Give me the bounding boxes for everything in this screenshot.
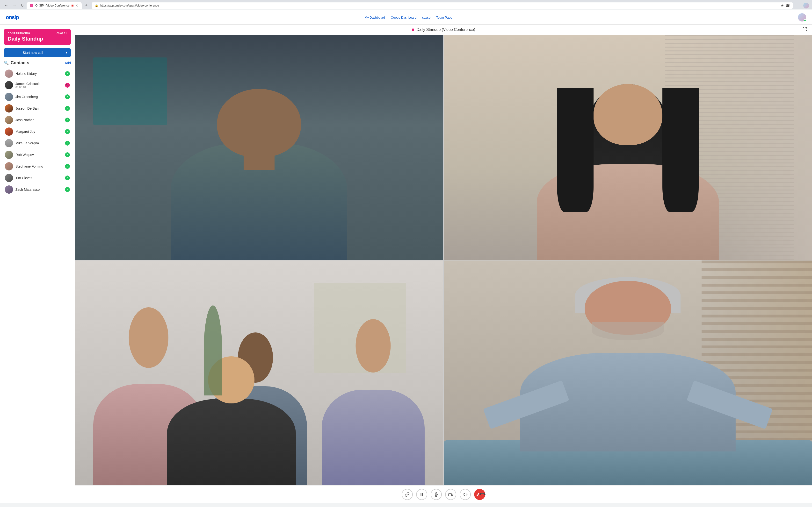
contacts-title-row: 🔍 Contacts xyxy=(4,60,29,65)
contact-item-mike[interactable]: Mike La Vorgna ✓ xyxy=(4,138,71,149)
contact-status-rob: ✓ xyxy=(65,152,70,157)
contacts-title: Contacts xyxy=(11,60,29,65)
nav-my-dashboard[interactable]: My Dashboard xyxy=(365,16,385,19)
video-cell-4 xyxy=(444,261,812,485)
contact-avatar-james xyxy=(5,81,13,89)
contact-info-james: James Criscuolo 00:00:10 xyxy=(15,82,65,89)
contact-avatar-josh xyxy=(5,116,13,124)
contact-item-zach[interactable]: Zach Matarasso ✓ xyxy=(4,184,71,195)
nav-sayso[interactable]: sayso xyxy=(422,16,430,19)
contact-name-joseph: Joseph De Bari xyxy=(15,107,65,110)
main-layout: CONFERENCING 00:02:21 Daily Standup Star… xyxy=(0,24,812,503)
start-call-button[interactable]: Start new call xyxy=(4,48,62,57)
start-call-dropdown-btn[interactable]: ▼ xyxy=(62,48,71,57)
nav-links: My Dashboard Queue Dashboard sayso Team … xyxy=(365,16,452,19)
mic-ctrl-btn[interactable] xyxy=(430,489,442,500)
browser-reload-btn[interactable]: ↻ xyxy=(19,3,25,8)
person-figure-4 xyxy=(444,261,812,485)
contact-info-zach: Zach Matarasso xyxy=(15,187,65,191)
pause-icon xyxy=(419,492,424,497)
contact-avatar-margaret xyxy=(5,127,13,136)
add-contact-link[interactable]: Add xyxy=(65,61,71,65)
person-figure-3 xyxy=(75,261,443,485)
contact-item-helene[interactable]: Helene Kidary ✓ xyxy=(4,68,71,79)
nav-queue-dashboard[interactable]: Queue Dashboard xyxy=(391,16,416,19)
check-icon-tim: ✓ xyxy=(66,177,68,179)
link-ctrl-btn[interactable] xyxy=(402,489,413,500)
lock-icon: 🔒 xyxy=(95,4,98,7)
user-status-dot xyxy=(804,19,806,21)
svg-rect-1 xyxy=(422,493,423,496)
contact-status-stephanie: ✓ xyxy=(65,164,70,169)
user-avatar[interactable] xyxy=(798,13,806,21)
video-cell-2 xyxy=(444,35,812,260)
contact-name-tim: Tim Cleves xyxy=(15,176,65,180)
fullscreen-btn[interactable] xyxy=(802,27,807,33)
browser-user-avatar xyxy=(803,3,809,8)
browser-forward-btn[interactable]: → xyxy=(11,2,18,9)
contact-name-zach: Zach Matarasso xyxy=(15,187,65,191)
svg-rect-5 xyxy=(449,494,451,496)
nav-team-page[interactable]: Team Page xyxy=(436,16,452,19)
phone-icon-james: 📞 xyxy=(66,84,69,87)
contact-avatar-tim xyxy=(5,174,13,182)
contact-item-rob[interactable]: Rob Wolpov ✓ xyxy=(4,150,71,160)
check-icon-zach: ✓ xyxy=(66,188,68,191)
contact-avatar-zach xyxy=(5,185,13,193)
tab-recording-dot xyxy=(71,5,73,6)
tab-bar: ← → ↻ O OnSIP - Video Conference ✕ + 🔒 ★… xyxy=(3,2,809,9)
contact-item-tim[interactable]: Tim Cleves ✓ xyxy=(4,173,71,183)
conference-title: Daily Standup (Video Conference) xyxy=(417,27,475,32)
camera-browser-icon: 🎥 xyxy=(786,4,790,7)
check-icon-rob: ✓ xyxy=(66,154,68,156)
check-icon-margaret: ✓ xyxy=(66,130,68,133)
contacts-header: 🔍 Contacts Add xyxy=(4,60,71,65)
check-icon-mike: ✓ xyxy=(66,142,68,145)
tab-favicon: O xyxy=(30,4,33,7)
end-call-phone-icon: 📞 xyxy=(478,491,486,498)
conference-timer: 00:02:21 xyxy=(57,32,67,35)
check-icon-helene: ✓ xyxy=(66,72,68,75)
video-cell-3 xyxy=(75,261,443,485)
contact-name-mike: Mike La Vorgna xyxy=(15,141,65,145)
live-dot xyxy=(412,29,414,31)
contact-item-margaret[interactable]: Margaret Joy ✓ xyxy=(4,126,71,137)
contact-item-james[interactable]: James Criscuolo 00:00:10 📞 xyxy=(4,80,71,91)
tab-close-btn[interactable]: ✕ xyxy=(75,4,78,7)
contact-info-josh: Josh Nathan xyxy=(15,118,65,122)
browser-menu-btn[interactable]: ⋮ xyxy=(794,2,802,9)
active-tab[interactable]: O OnSIP - Video Conference ✕ xyxy=(27,2,82,9)
new-tab-btn[interactable]: + xyxy=(83,2,90,9)
video-cell-1 xyxy=(75,35,443,260)
contact-info-joseph: Joseph De Bari xyxy=(15,107,65,110)
contact-avatar-stephanie xyxy=(5,162,13,170)
svg-rect-0 xyxy=(421,493,421,496)
contact-item-josh[interactable]: Josh Nathan ✓ xyxy=(4,115,71,125)
contact-info-jim: Jim Greenberg xyxy=(15,95,65,99)
end-call-btn[interactable]: 📞 xyxy=(474,489,485,500)
contact-item-jim[interactable]: Jim Greenberg ✓ xyxy=(4,92,71,102)
video-grid xyxy=(75,35,812,485)
microphone-icon xyxy=(434,492,439,497)
star-icon[interactable]: ★ xyxy=(781,4,784,7)
contact-item-stephanie[interactable]: Stephanie Fornino ✓ xyxy=(4,161,71,172)
contact-avatar-rob xyxy=(5,151,13,159)
contact-status-helene: ✓ xyxy=(65,71,70,76)
browser-back-btn[interactable]: ← xyxy=(3,2,10,9)
browser-chrome: ← → ↻ O OnSIP - Video Conference ✕ + 🔒 ★… xyxy=(0,0,812,9)
contact-name-james: James Criscuolo xyxy=(15,82,65,86)
camera-ctrl-btn[interactable] xyxy=(445,489,456,500)
contact-name-helene: Helene Kidary xyxy=(15,72,65,75)
contact-info-stephanie: Stephanie Fornino xyxy=(15,164,65,168)
contact-avatar-mike xyxy=(5,139,13,147)
link-icon xyxy=(405,492,410,497)
conference-label: CONFERENCING xyxy=(8,32,30,35)
pause-ctrl-btn[interactable] xyxy=(416,489,427,500)
contact-item-joseph[interactable]: Joseph De Bari ✓ xyxy=(4,103,71,114)
check-icon-josh: ✓ xyxy=(66,119,68,121)
address-bar-input[interactable] xyxy=(100,4,779,7)
contact-avatar-helene xyxy=(5,69,13,78)
search-icon[interactable]: 🔍 xyxy=(4,61,9,65)
conference-area: Daily Standup (Video Conference) xyxy=(75,24,812,503)
speaker-ctrl-btn[interactable] xyxy=(460,489,471,500)
